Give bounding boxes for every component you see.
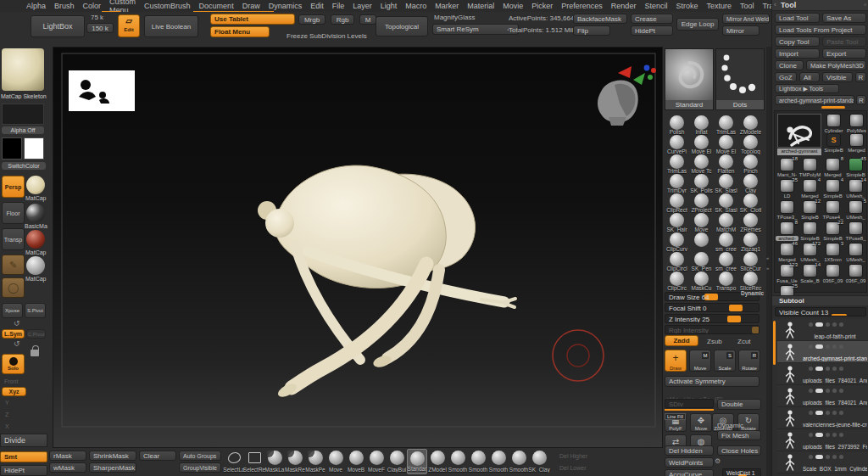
toggle-icon[interactable] [826,433,830,437]
visibility-pill-icon[interactable] [815,322,823,327]
visible-count-slider[interactable]: Visible Count 13 [775,307,866,316]
menu-brush[interactable]: Brush [50,2,79,10]
resolution-150k-button[interactable]: 150 k [86,23,114,33]
brush-sk-polis[interactable]: SK_Polis [689,173,714,193]
activate-symmetry-button[interactable]: Activate Symmetry [665,376,760,387]
brush-pinch[interactable]: Pinch [738,154,763,173]
divider-expand-icon[interactable]: » [766,266,769,271]
menu-texture[interactable]: Texture [702,2,736,10]
color-swatch-main[interactable] [2,137,22,160]
brush-maskcu[interactable]: MaskCu [689,271,714,290]
mirror-button[interactable]: Mirror [722,25,760,36]
close-holes-button[interactable]: Close Holes [717,445,761,456]
l-sym-button[interactable]: L.Sym [2,329,25,339]
tool-thumb-merged[interactable]: 4Merged [798,179,821,199]
grow-mask-button[interactable]: wMask [49,462,86,473]
tool-thumb-mant-n[interactable]: 18Mant_N- [776,158,798,177]
del-higher-button[interactable]: Del Higher [559,453,587,459]
edit-button[interactable]: ▱ Edit [118,14,140,37]
tool-thumb-umesh[interactable]: UMesh_ [844,243,867,262]
color-swatch-alt[interactable] [24,137,44,160]
brush-sm-cree[interactable]: sm_cree [714,251,738,271]
all-button[interactable]: All [799,72,820,82]
blur-mask-button[interactable]: rMask [49,451,86,461]
slider-rgb-intensity[interactable]: Rgb Intensity [665,325,760,334]
group-visible-button[interactable]: GroupVisible [179,462,221,473]
tool-thumb-merged[interactable]: Merged [845,133,868,153]
eye-toggle-icon[interactable] [839,389,843,393]
tool-thumb-036f-09[interactable]: 036F_09 [844,264,867,283]
radial-symmetry-button[interactable]: ◯ [2,277,25,298]
brush-move[interactable]: Move [689,212,714,232]
del-hidden-button[interactable]: Del Hidden [665,445,714,456]
subtool-leap-of-faith-print[interactable]: leap-of-faith-print [777,319,868,341]
menu-preferences[interactable]: Preferences [557,2,607,10]
visibility-pill-icon[interactable] [815,455,823,459]
divide-button[interactable]: Divide [0,434,47,447]
brush-topolog[interactable]: Topolog [738,134,763,154]
brush-zproject[interactable]: ZProject [689,193,714,212]
brush-polish[interactable]: Polish [665,115,689,134]
visible-count-handle[interactable] [832,314,847,316]
load-tool-button[interactable]: Load Tool [775,13,820,23]
persp-button[interactable]: Persp [2,176,25,198]
tool-thumb-merged[interactable]: 46Merged [776,243,798,262]
matcap-sphere-red[interactable] [26,230,45,249]
tool-thumb-merged[interactable]: 8Merged [821,158,844,177]
floor-button[interactable]: Floor [2,202,25,224]
scale-mode-button[interactable]: SScale [714,350,736,372]
weld-dist-slider[interactable]: WeldDist 1 [722,468,761,476]
tool-thumb-singleb[interactable]: 12SingleB [798,200,821,220]
brush-toggle-icon[interactable] [809,322,813,327]
menu-dynamics[interactable]: Dynamics [264,2,307,10]
sdiv-slider[interactable]: SDiv [665,399,714,408]
tool-thumb-tpose8[interactable]: TPose8_ [844,221,867,241]
lightbox-button[interactable]: LightBox [31,15,85,37]
shelf-brush-sk-clay[interactable]: SK_Clay [529,449,549,474]
brush-featured-standard[interactable]: Standard [665,48,714,110]
basic-material-sphere[interactable] [26,204,45,222]
visibility-pill-icon[interactable] [815,344,823,349]
brush-move-el[interactable]: Move El [714,134,738,154]
visibility-pill-icon[interactable] [815,433,823,437]
menu-macro[interactable]: Macro [401,2,431,10]
fix-mesh-button[interactable]: Fix Mesh [717,430,761,440]
sharpen-mask-button[interactable]: SharpenMask [89,462,136,473]
accu-curve-button[interactable]: AccuCurve [665,469,714,476]
lightbox-tools-button[interactable]: Lightbox ▶ Tools [775,84,839,93]
toggle-icon[interactable] [826,411,830,415]
brush-curvepi[interactable]: CurvePi [665,134,689,154]
make-polymesh3d-button[interactable]: Make PolyMesh3D [806,60,866,70]
lock-icon[interactable] [31,350,39,356]
brush-toggle-icon[interactable] [809,389,813,393]
smt-button[interactable]: Smt [0,451,47,462]
menu-color[interactable]: Color [79,2,106,10]
matcap-sphere-white[interactable] [26,256,45,275]
mrgb-button[interactable]: Mrgb [298,14,326,25]
brush-featured-dots[interactable]: Dots [715,48,765,110]
eye-toggle-icon[interactable] [839,433,843,437]
tool-panel-header[interactable]: ‹ Tool ▫ [772,0,868,11]
axis-z-button[interactable]: Z [5,412,8,417]
xpose-button[interactable]: Xpose [2,303,23,318]
toggle-icon[interactable] [832,389,837,393]
slider-handle[interactable] [752,327,760,333]
brush-sk-clotl[interactable]: SK_Clotl [738,193,763,212]
toggle-icon[interactable] [832,367,837,371]
brush-clay[interactable]: Clay [738,173,763,193]
axis-x-button[interactable]: X [5,423,9,429]
collapse-chevron-icon[interactable]: ‹ [774,1,776,8]
tool-thumb-036f-09[interactable]: 036F_09 [821,264,844,283]
canvas-viewport[interactable] [53,47,663,448]
current-material-thumb[interactable] [2,48,44,91]
goz-r-button[interactable]: R [855,72,866,82]
divider-collapse-icon[interactable]: « [766,255,769,260]
tool-thumb-simpleb[interactable]: SimpleB [798,221,821,241]
eye-toggle-icon[interactable] [839,411,843,415]
tool-thumb-cylinder[interactable]: Cylinder [822,114,845,133]
brush-zmodele[interactable]: ZModele [738,115,763,134]
zadd-button[interactable]: Zadd [665,335,698,346]
current-tool-r-button[interactable]: R [856,95,866,105]
tool-thumb-simpleb[interactable]: 22SimpleB [821,221,844,241]
selected-tool-thumb[interactable] [777,114,821,148]
